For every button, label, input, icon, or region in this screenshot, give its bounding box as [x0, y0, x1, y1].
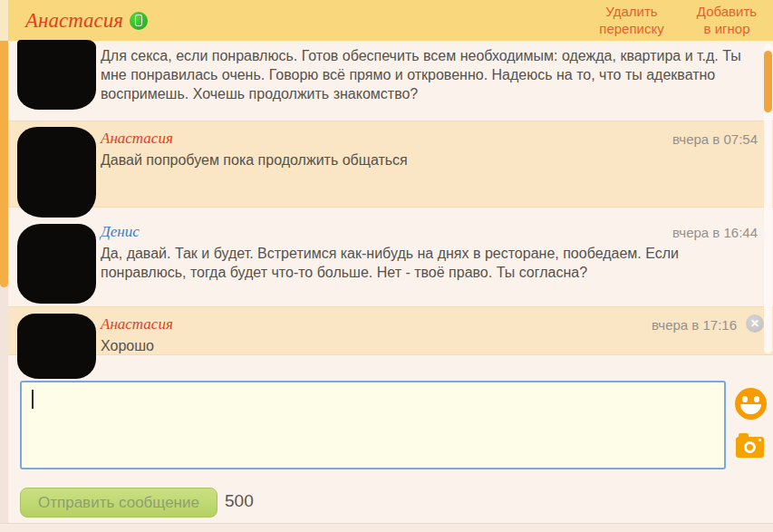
online-mobile-icon [130, 12, 148, 30]
phone-glyph-icon [135, 15, 142, 26]
chat-title: Анастасия [8, 9, 123, 33]
message-text: Давай попробуем пока продолжить общаться [101, 150, 755, 169]
message-author[interactable]: Денис [101, 222, 755, 241]
message-item-2: Анастасия вчера в 07:54 Давай попробуем … [8, 121, 773, 208]
characters-left-counter: 500 [225, 491, 254, 511]
message-text: Да, давай. Так и будет. Встретимся как-н… [101, 244, 755, 282]
header-actions: Удалить переписку Добавить в игнор [590, 4, 773, 38]
chat-header: Анастасия Удалить переписку Добавить в и… [8, 0, 773, 41]
avatar[interactable] [17, 224, 96, 304]
messages-scrollbar-thumb[interactable] [764, 51, 772, 112]
message-item-4: Анастасия вчера в 17:16 ✕ Хорошо [8, 306, 773, 355]
camera-icon[interactable] [736, 437, 764, 458]
page-background-sliver-top [0, 0, 8, 41]
close-icon[interactable]: ✕ [746, 314, 764, 333]
message-text: Хорошо [101, 336, 755, 355]
page-background-orange-bar [0, 41, 8, 287]
message-timestamp: вчера в 16:44 [672, 223, 758, 242]
composer-area: Отправить сообщение 500 [8, 355, 773, 532]
camera-lens [744, 441, 756, 453]
message-timestamp: вчера в 07:54 [672, 130, 758, 149]
message-timestamp: вчера в 17:16 [652, 315, 737, 334]
smiley-icon[interactable] [735, 388, 767, 420]
avatar[interactable] [17, 314, 96, 379]
smiley-mouth [740, 404, 761, 414]
message-item-1: Для секса, если понравлюсь. Готов обеспе… [8, 41, 773, 121]
avatar[interactable] [17, 127, 96, 218]
message-input[interactable] [20, 381, 726, 469]
delete-conversation-link[interactable]: Удалить переписку [590, 4, 673, 38]
message-author[interactable]: Анастасия [101, 129, 755, 148]
message-text: Для секса, если понравлюсь. Готов обеспе… [101, 46, 755, 103]
chat-window: Анастасия Удалить переписку Добавить в и… [8, 0, 773, 532]
message-item-3: Денис вчера в 16:44 Да, давай. Так и буд… [8, 215, 773, 305]
add-to-ignore-link[interactable]: Добавить в игнор [691, 4, 762, 38]
camera-dot [759, 439, 761, 441]
smiley-eye [754, 396, 759, 402]
bottom-divider [0, 523, 773, 532]
send-message-button[interactable]: Отправить сообщение [20, 488, 217, 517]
smiley-eye [742, 396, 748, 402]
avatar[interactable] [17, 40, 96, 110]
